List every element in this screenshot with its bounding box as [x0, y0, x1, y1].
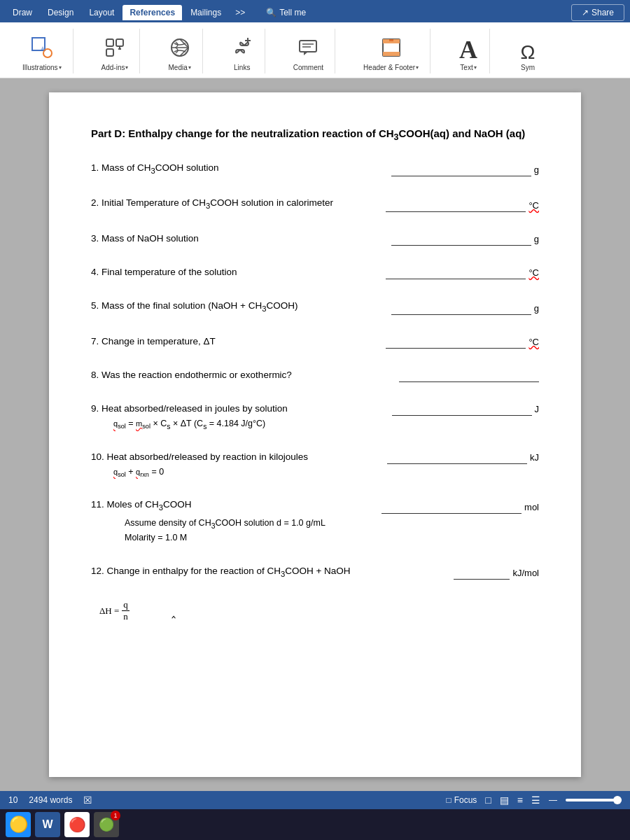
- question-8-text: 8. Was the reaction endothermic or exoth…: [91, 368, 393, 382]
- unit-2: °C: [528, 200, 539, 211]
- tab-design[interactable]: Design: [41, 5, 80, 20]
- tell-me-label: Tell me: [279, 8, 306, 18]
- page-view-icon[interactable]: □: [485, 794, 491, 806]
- document-area: Part D: Enthalpy change for the neutrali…: [0, 78, 630, 791]
- answer-line-5[interactable]: [391, 302, 531, 315]
- answer-line-4[interactable]: [386, 267, 526, 279]
- read-view-icon[interactable]: ▤: [500, 794, 509, 806]
- answer-line-3[interactable]: [391, 233, 531, 246]
- fraction: q n: [122, 599, 130, 622]
- zoom-thumb[interactable]: [613, 796, 622, 804]
- question-1-row: 1. Mass of CH3COOH solution g: [91, 161, 539, 177]
- question-9-row: 9. Heat absorbed/released in joules by s…: [91, 402, 539, 416]
- symbols-button[interactable]: Ω Sym: [514, 41, 542, 74]
- ribbon-group-symbols: Ω Sym: [507, 29, 549, 74]
- question-12-text: 12. Change in enthalpy for the reaction …: [91, 564, 448, 580]
- cursor-icon[interactable]: ‸: [172, 603, 176, 619]
- addins-label: Add-ins: [102, 64, 125, 71]
- header-footer-icon: [380, 36, 402, 62]
- taskbar-finder[interactable]: 🟡: [6, 812, 31, 837]
- question-2-text: 2. Initial Temperature of CH3COOH soluti…: [91, 196, 380, 212]
- page: Part D: Enthalpy change for the neutrali…: [49, 92, 581, 777]
- formula-row: ΔH = q n ‸: [99, 599, 539, 622]
- zoom-separator: —: [549, 795, 557, 805]
- question-9-answer: J: [392, 403, 540, 416]
- ribbon-group-text: A Text ▾: [447, 29, 490, 74]
- question-5-answer: g: [391, 302, 539, 315]
- tab-more[interactable]: >>: [230, 5, 251, 20]
- outline-view-icon[interactable]: ≡: [517, 794, 523, 806]
- tab-layout[interactable]: Layout: [82, 5, 121, 20]
- svg-rect-10: [300, 41, 316, 52]
- question-3-text: 3. Mass of NaOH solution: [91, 232, 386, 246]
- ribbon-group-links: Links: [220, 29, 265, 74]
- svg-rect-3: [106, 39, 113, 46]
- ribbon: Draw Design Layout References Mailings >…: [0, 0, 630, 78]
- answer-line-9[interactable]: [392, 403, 532, 416]
- illustrations-button[interactable]: Illustrations ▾: [18, 34, 66, 74]
- list-view-icon[interactable]: ☰: [531, 794, 540, 806]
- unit-12: kJ/mol: [512, 568, 539, 578]
- tab-mailings[interactable]: Mailings: [183, 5, 228, 20]
- answer-line-11[interactable]: [382, 501, 522, 514]
- unit-4: °C: [528, 267, 539, 278]
- unit-3: g: [534, 234, 539, 244]
- comment-icon: [297, 36, 319, 62]
- status-bar-right: □ Focus □ ▤ ≡ ☰ —: [446, 794, 622, 806]
- svg-rect-5: [106, 49, 113, 56]
- tell-me-search[interactable]: 🔍 Tell me: [266, 8, 306, 18]
- answer-line-2[interactable]: [386, 200, 526, 212]
- unit-11: mol: [524, 502, 539, 512]
- question-7-text: 7. Change in temperature, ΔT: [91, 335, 380, 349]
- question-1-text: 1. Mass of CH3COOH solution: [91, 161, 386, 177]
- formula-text: ΔH =: [99, 606, 119, 617]
- search-icon: 🔍: [266, 8, 276, 18]
- answer-line-8[interactable]: [399, 370, 539, 382]
- ribbon-group-illustrations: Illustrations ▾: [11, 29, 74, 74]
- part-heading: Part D: Enthalpy change for the neutrali…: [91, 126, 539, 144]
- media-arrow: ▾: [188, 64, 191, 71]
- links-button[interactable]: Links: [227, 34, 258, 74]
- question-11-row: 11. Moles of CH3COOH mol: [91, 498, 539, 514]
- question-5-text: 5. Mass of the final solution (NaOH + CH…: [91, 299, 386, 315]
- track-changes-icon[interactable]: ☒: [83, 794, 92, 806]
- answer-line-10[interactable]: [387, 451, 527, 464]
- question-9-block: 9. Heat absorbed/released in joules by s…: [91, 402, 539, 430]
- share-label: Share: [592, 8, 614, 18]
- question-5-row: 5. Mass of the final solution (NaOH + CH…: [91, 299, 539, 315]
- comment-label: Comment: [293, 64, 323, 71]
- text-button[interactable]: A Text ▾: [454, 35, 482, 74]
- media-button[interactable]: Media ▾: [164, 34, 195, 74]
- finder-icon: 🟡: [9, 816, 28, 834]
- question-7-row: 7. Change in temperature, ΔT °C: [91, 335, 539, 349]
- question-11-block: 11. Moles of CH3COOH mol Assume density …: [91, 498, 539, 544]
- answer-line-7[interactable]: [386, 336, 526, 349]
- question-10-subtext: qsol + qrxn = 0: [113, 467, 539, 478]
- media-icon: [169, 36, 191, 62]
- word-icon: W: [42, 818, 52, 831]
- focus-button[interactable]: □ Focus: [446, 795, 477, 805]
- comment-button[interactable]: Comment: [289, 34, 328, 74]
- taskbar: 🟡 W 🔴 🟢 1: [0, 809, 630, 840]
- chrome-icon: 🔴: [69, 816, 86, 833]
- question-9-subtext: qsol = msol × Cs × ΔT (Cs = 4.184 J/g°C): [113, 419, 539, 430]
- zoom-slider[interactable]: [566, 799, 622, 802]
- unit-1: g: [534, 164, 539, 175]
- taskbar-chrome[interactable]: 🔴: [64, 812, 90, 837]
- tab-draw[interactable]: Draw: [6, 5, 39, 20]
- ribbon-group-addins: Add-ins ▾: [90, 29, 141, 74]
- answer-line-1[interactable]: [391, 164, 531, 176]
- answer-line-12[interactable]: [454, 567, 510, 580]
- fraction-denominator: n: [122, 611, 130, 622]
- tab-references[interactable]: References: [122, 5, 182, 20]
- fraction-numerator: q: [122, 599, 130, 611]
- share-button[interactable]: ↗ Share: [571, 4, 624, 21]
- question-10-text: 10. Heat absorbed/released by reaction i…: [91, 450, 382, 464]
- taskbar-word[interactable]: W: [35, 812, 60, 837]
- illustrations-arrow: ▾: [59, 64, 62, 71]
- addins-button[interactable]: Add-ins ▾: [97, 34, 133, 74]
- symbols-icon: Ω: [521, 43, 536, 62]
- question-12-block: 12. Change in enthalpy for the reaction …: [91, 564, 539, 580]
- question-9-text: 9. Heat absorbed/released in joules by s…: [91, 402, 386, 416]
- header-footer-button[interactable]: Header & Footer ▾: [359, 34, 423, 74]
